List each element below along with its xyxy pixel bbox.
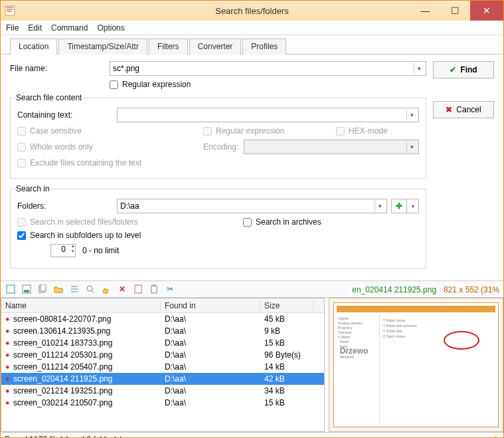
encoding-select: ▾ [244,140,419,154]
row-size: 15 kB [260,338,313,348]
folders-input[interactable]: D:\aa ▾ [117,199,387,213]
tab-converter[interactable]: Converter [189,39,242,55]
row-name: screen_011214 205407.png [13,362,161,372]
table-row[interactable]: ✷screen.130614.213935.pngD:\aa\9 kB [1,325,324,337]
searchin-legend: Search in [16,184,50,193]
app-icon [5,5,15,16]
tab-filters[interactable]: Filters [149,39,188,55]
clipboard-icon[interactable] [148,283,160,295]
chevron-down-icon[interactable]: ▾ [406,110,417,120]
file-icon: ✷ [1,399,13,407]
find-icon[interactable] [84,283,96,295]
row-name: screen_030214 210507.png [13,398,161,407]
regex2-checkbox[interactable]: Regular expression [203,126,309,136]
menu-edit[interactable]: Edit [28,23,42,33]
table-row[interactable]: ✷screen_021214 193251.pngD:\aa\34 kB [1,385,324,397]
delete-icon[interactable]: ✕ [116,283,128,295]
case-sensitive-checkbox[interactable]: Case sensitive [17,126,177,136]
list-header: Name Found in Size [1,298,324,313]
col-name[interactable]: Name [1,301,161,310]
tab-location[interactable]: Location [10,39,57,55]
svg-rect-5 [41,284,46,291]
containing-input[interactable]: ▾ [117,108,419,122]
archives-checkbox[interactable]: Search in archives [243,217,321,227]
add-folder-dropdown[interactable]: ▾ [407,199,419,213]
row-name: screen_020414 211925.png [13,374,161,383]
table-row[interactable]: ✷screen-080814-220707.pngD:\aa\45 kB [1,313,324,325]
table-row[interactable]: ✷screen_011214 205301.pngD:\aa\96 Byte(s… [1,349,324,361]
row-found: D:\aa\ [161,326,260,336]
add-folder-button[interactable]: ✚ [391,199,407,213]
bolt-icon[interactable]: ⚡ [489,435,499,439]
table-row[interactable]: ✷screen_030214 210507.pngD:\aa\15 kB [1,397,324,409]
containing-label: Containing text: [17,110,117,120]
cancel-button[interactable]: ✖ Cancel [433,101,494,118]
row-found: D:\aa\ [161,338,260,348]
svg-rect-9 [151,286,157,293]
file-icon: ✷ [1,364,13,371]
row-size: 14 kB [260,362,313,372]
titlebar: Search files/folders — ☐ ✕ [1,1,503,21]
menu-file[interactable]: File [6,23,19,33]
file-icon: ✷ [1,352,13,359]
status-text: Found 1179 file(s) and 0 folder(s) [5,435,122,439]
menubar: File Edit Command Options [1,21,503,35]
chevron-down-icon: ▾ [406,142,417,152]
row-size: 45 kB [260,314,313,324]
table-row[interactable]: ✷screen_011214 205407.pngD:\aa\14 kB [1,361,324,373]
encoding-label: Encoding: [203,142,238,152]
svg-rect-8 [135,285,141,293]
preview-info: en_020414 211925.png 821 x 552 (31% [180,284,499,294]
level-spinner[interactable]: 0 [50,244,76,257]
edit-icon[interactable] [100,283,112,295]
menu-command[interactable]: Command [51,23,88,33]
hex-checkbox[interactable]: HEX-mode [336,126,388,136]
svg-rect-10 [153,284,155,286]
filename-input[interactable]: sc*.png ▾ [110,61,426,76]
results-list[interactable]: Name Found in Size ✷screen-080814-220707… [1,298,325,432]
window-title: Search files/folders [215,6,289,16]
maximize-button[interactable]: ☐ [440,1,470,21]
col-size[interactable]: Size [260,301,313,310]
table-row[interactable]: ✷screen_010214 183733.pngD:\aa\15 kB [1,337,324,349]
close-button[interactable]: ✕ [470,1,503,21]
tabstrip: Location Timestamp/Size/Attr Filters Con… [1,35,503,55]
row-name: screen.130614.213935.png [13,326,161,336]
filename-label: File name: [10,64,110,73]
filename-value: sc*.png [113,64,139,73]
row-size: 96 Byte(s) [260,350,313,360]
tab-timestamp[interactable]: Timestamp/Size/Attr [58,39,147,55]
find-button[interactable]: ✔ Find [433,61,494,78]
content-fieldset: Search file content Containing text: ▾ C… [10,93,426,179]
selected-files-checkbox[interactable]: Search in selected files/folders [17,217,216,227]
menu-options[interactable]: Options [97,23,124,33]
row-found: D:\aa\ [161,386,260,395]
statusbar: Found 1179 file(s) and 0 folder(s) ⚡ [1,432,503,438]
row-found: D:\aa\ [161,398,260,407]
subfolders-checkbox[interactable]: Search in subfolders up to level [17,231,141,240]
cut-icon[interactable]: ✂ [164,283,176,295]
level-hint: 0 - no limit [82,246,119,255]
col-found[interactable]: Found in [161,301,260,310]
row-name: screen_010214 183733.png [13,338,161,348]
whole-words-checkbox[interactable]: Whole words only [17,142,177,152]
props-icon[interactable] [132,283,144,295]
list-icon[interactable] [68,283,80,295]
chevron-down-icon[interactable]: ▾ [414,63,424,74]
copy-icon[interactable] [37,283,48,295]
exclude-checkbox[interactable]: Exclude files containing the text [17,158,141,167]
save-icon[interactable] [21,283,33,295]
folder-icon[interactable] [52,283,64,295]
regex-checkbox[interactable]: Regular expression [110,80,191,89]
chevron-down-icon[interactable]: ▾ [375,201,385,211]
file-icon: ✷ [1,328,13,335]
row-size: 9 kB [260,326,313,336]
check-icon: ✔ [450,65,456,74]
results-toolbar: ✕ ✂ en_020414 211925.png 821 x 552 (31% [1,280,503,298]
svg-line-7 [92,290,94,293]
minimize-button[interactable]: — [410,1,440,21]
view-icon[interactable] [5,283,17,295]
tab-profiles[interactable]: Profiles [242,39,286,55]
row-size: 34 kB [260,386,313,395]
table-row[interactable]: ✷screen_020414 211925.pngD:\aa\42 kB [1,373,324,385]
